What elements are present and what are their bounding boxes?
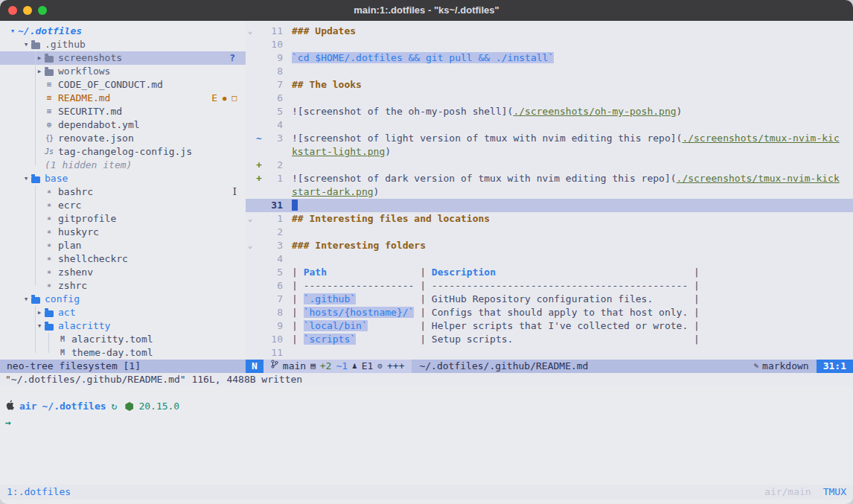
editor-line[interactable]: 4: [246, 118, 853, 132]
chevron-down-icon[interactable]: ▾: [21, 293, 31, 306]
editor-line[interactable]: 10| `scripts` | Setup scripts. |: [246, 333, 853, 346]
text-segment: ### Updates: [292, 25, 356, 36]
yml-file-icon: ⊚: [45, 118, 54, 132]
tree-item-workflows[interactable]: ▸workflows: [0, 65, 246, 78]
filetype-label: markdown: [762, 360, 809, 373]
tree-item-alacritty-toml[interactable]: Malacritty.toml: [0, 333, 246, 346]
sign-column: [255, 212, 263, 226]
file-status-marks: E●□: [211, 92, 237, 105]
chevron-right-icon[interactable]: ▸: [34, 65, 45, 78]
tree-item-1-hidden-item[interactable]: (1 hidden item): [0, 159, 246, 172]
tree-item-config[interactable]: ▾config: [0, 293, 246, 306]
sign-column: [255, 239, 263, 252]
traffic-lights: [8, 6, 47, 15]
line-text: [292, 346, 853, 360]
editor-line[interactable]: 31: [246, 199, 853, 212]
tree-item-dependabot-yml[interactable]: ⊚dependabot.yml: [0, 118, 246, 132]
line-number: 1: [263, 172, 283, 185]
editor-statusline: N main ▤ +2 ~1 ♟ E1 ⊙ +++ ~/.dotfiles/.g…: [246, 360, 853, 373]
gitsign-added-icon: +: [255, 172, 263, 185]
editor-line[interactable]: 9`cd $HOME/.dotfiles && git pull && ./in…: [246, 51, 853, 65]
tmux-window-label[interactable]: 1:.dotfiles: [7, 485, 71, 500]
tree-item-bashrc[interactable]: ∗bashrcI: [0, 185, 246, 199]
line-number: 6: [263, 92, 283, 105]
fold-column: [246, 266, 255, 279]
tree-item-code-of-conduct-md[interactable]: ≡CODE_OF_CONDUCT.md: [0, 78, 246, 92]
tree-item-github[interactable]: ▾.github: [0, 38, 246, 51]
editor-line[interactable]: 11: [246, 346, 853, 360]
sign-column: [255, 252, 263, 266]
tree-item-tag-changelog-config-js[interactable]: Jstag-changelog-config.js: [0, 145, 246, 159]
tree-item-dotfiles[interactable]: ▾~/.dotfiles: [0, 25, 246, 38]
buffer-icon: ▤: [310, 360, 316, 373]
editor-line[interactable]: 9| `local/bin` | Helper scripts that I'v…: [246, 319, 853, 333]
editor-line[interactable]: +2: [246, 159, 853, 172]
editor-line[interactable]: 7| `.github` | GitHub Repository configu…: [246, 293, 853, 306]
editor-line[interactable]: 7## The looks: [246, 78, 853, 92]
editor-line[interactable]: kstart-light.png): [246, 145, 853, 159]
editor-line[interactable]: 2: [246, 226, 853, 239]
editor-line[interactable]: 8: [246, 65, 853, 78]
editor-line[interactable]: 8| `hosts/{hostname}/` | Configs that sh…: [246, 306, 853, 319]
tree-item-zshrc[interactable]: ∗zshrc: [0, 279, 246, 293]
line-text: start-dark.png): [292, 185, 853, 199]
tree-item-huskyrc[interactable]: ∗huskyrc: [0, 226, 246, 239]
sign-column: [255, 105, 263, 118]
chevron-down-icon[interactable]: ▾: [21, 172, 31, 185]
editor-line[interactable]: ⌄11### Updates: [246, 25, 853, 38]
diagnostics-count: E1: [362, 360, 374, 373]
chevron-down-icon[interactable]: ▾: [34, 319, 45, 333]
editor-line[interactable]: 5| Path | Description |: [246, 266, 853, 279]
tree-item-alacritty[interactable]: ▾alacritty: [0, 319, 246, 333]
tree-item-plan[interactable]: ∗plan: [0, 239, 246, 252]
chevron-right-icon[interactable]: ▸: [34, 51, 45, 65]
tree-item-zshenv[interactable]: ∗zshenv: [0, 266, 246, 279]
tree-item-ecrc[interactable]: ∗ecrc: [0, 199, 246, 212]
minimize-button[interactable]: [23, 6, 32, 15]
fold-open-icon[interactable]: ⌄: [246, 25, 255, 38]
editor-line[interactable]: ⌄1## Interesting files and locations: [246, 212, 853, 226]
sign-column: [255, 78, 263, 92]
fold-open-icon[interactable]: ⌄: [246, 212, 255, 226]
editor-line[interactable]: 6: [246, 92, 853, 105]
md-file-icon: ≡: [45, 105, 54, 118]
tree-item-screenshots[interactable]: ▸screenshots?: [0, 51, 246, 65]
chevron-right-icon[interactable]: ▸: [34, 306, 45, 319]
tree-item-security-md[interactable]: ≡SECURITY.md: [0, 105, 246, 118]
tree-indent-guide: [48, 333, 49, 353]
tree-item-act[interactable]: ▸act: [0, 306, 246, 319]
toml-file-icon: M: [58, 346, 67, 360]
tree-item-base[interactable]: ▾base: [0, 172, 246, 185]
line-number: 11: [263, 346, 283, 360]
close-button[interactable]: [8, 6, 17, 15]
shell-input-line[interactable]: →: [5, 416, 853, 430]
editor-line[interactable]: ~3![screenshot of light version of tmux …: [246, 132, 853, 145]
chevron-down-icon[interactable]: ▾: [21, 38, 31, 51]
zoom-button[interactable]: [38, 6, 47, 15]
line-text: | `hosts/{hostname}/` | Configs that sho…: [292, 306, 853, 319]
fold-open-icon[interactable]: ⌄: [246, 239, 255, 252]
tree-item-label: shellcheckrc: [58, 252, 128, 266]
line-number: [263, 145, 283, 159]
gitsign-changed-icon: ~: [255, 132, 263, 145]
tree-item-gitprofile[interactable]: ∗gitprofile: [0, 212, 246, 226]
editor-line[interactable]: 5![screenshot of the oh-my-posh shell](.…: [246, 105, 853, 118]
editor-line[interactable]: start-dark.png): [246, 185, 853, 199]
editor-line[interactable]: 4: [246, 252, 853, 266]
editor-line[interactable]: ⌄3### Interesting folders: [246, 239, 853, 252]
tree-item-renovate-json[interactable]: {}renovate.json: [0, 132, 246, 145]
chevron-down-icon[interactable]: ▾: [7, 25, 18, 38]
tree-item-shellcheckrc[interactable]: ∗shellcheckrc: [0, 252, 246, 266]
tmux-session-label: air/main: [764, 485, 811, 500]
sign-column: [255, 279, 263, 293]
fold-column: [246, 145, 255, 159]
neotree-panel: ▾~/.dotfiles▾.github▸screenshots?▸workfl…: [0, 21, 246, 360]
tree-item-readme-md[interactable]: ≡README.mdE●□: [0, 92, 246, 105]
tree-item-theme-day-toml[interactable]: Mtheme-day.toml: [0, 346, 246, 360]
fold-column: [246, 279, 255, 293]
editor-line[interactable]: +1![screenshot of dark version of tmux w…: [246, 172, 853, 185]
git-branch-icon: [271, 360, 278, 373]
editor-line[interactable]: 10: [246, 38, 853, 51]
window-titlebar: main:1:.dotfiles - "ks~/.dotfiles": [0, 0, 853, 21]
editor-line[interactable]: 6| ------------------- | ---------------…: [246, 279, 853, 293]
